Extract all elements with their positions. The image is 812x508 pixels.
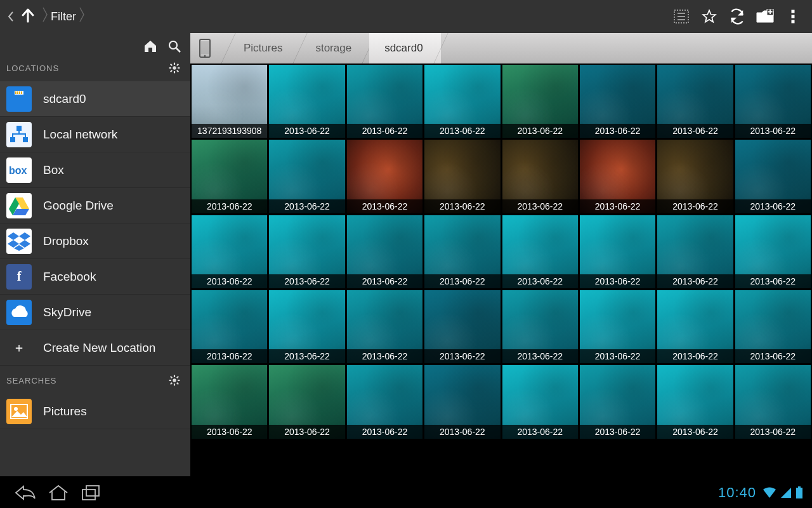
thumbnail-caption: 2013-06-22 [735, 425, 811, 439]
thumbnail[interactable]: 2013-06-22 [502, 65, 578, 138]
dropbox-icon [6, 229, 32, 254]
sidebar-item-label: Box [43, 163, 64, 177]
svg-point-37 [14, 407, 18, 411]
favorite-button[interactable] [695, 3, 723, 30]
thumbnail[interactable]: 2013-06-22 [269, 215, 344, 288]
back-caret-icon[interactable] [5, 11, 16, 22]
sidebar-item-local-network[interactable]: Local network [0, 117, 190, 152]
svg-rect-25 [23, 137, 28, 142]
up-icon[interactable] [19, 6, 37, 27]
refresh-button[interactable] [723, 3, 751, 30]
thumbnail[interactable]: 2013-06-22 [735, 365, 811, 438]
thumbnail-caption: 1372193193908 [192, 124, 267, 138]
breadcrumb-device[interactable] [190, 33, 228, 64]
sidebar-item-facebook[interactable]: f Facebook [0, 259, 190, 295]
thumbnail[interactable]: 2013-06-22 [657, 290, 733, 363]
facebook-icon: f [6, 264, 32, 290]
thumbnail-caption: 2013-06-22 [347, 425, 422, 439]
svg-rect-19 [15, 91, 16, 94]
sidebar-item-pictures[interactable]: Pictures [0, 394, 190, 429]
thumbnail[interactable]: 2013-06-22 [424, 215, 500, 288]
chevron-divider-icon [42, 6, 48, 27]
thumbnail[interactable]: 2013-06-22 [657, 215, 733, 288]
sidebar-item-sdcard0[interactable]: sdcard0 [0, 81, 190, 117]
thumbnail[interactable]: 2013-06-22 [502, 290, 578, 363]
thumbnail[interactable]: 2013-06-22 [735, 215, 811, 288]
thumbnail[interactable]: 2013-06-22 [735, 65, 811, 138]
nav-home-button[interactable] [42, 480, 75, 505]
thumbnail[interactable]: 2013-06-22 [347, 215, 422, 288]
breadcrumb: Pictures storage sdcard0 [190, 33, 812, 64]
home-button[interactable] [141, 37, 160, 56]
thumbnail[interactable]: 2013-06-22 [424, 140, 500, 213]
sidebar-item-skydrive[interactable]: SkyDrive [0, 295, 190, 330]
thumbnail-caption: 2013-06-22 [347, 349, 422, 363]
svg-line-18 [177, 64, 179, 66]
thumbnail[interactable]: 2013-06-22 [580, 65, 655, 138]
thumbnail-caption: 2013-06-22 [424, 124, 500, 138]
breadcrumb-pictures[interactable]: Pictures [228, 33, 300, 64]
sidebar-item-label: Create New Location [43, 341, 155, 355]
thumbnail[interactable]: 2013-06-22 [424, 290, 500, 363]
new-folder-button[interactable] [751, 3, 779, 30]
sidebar-item-label: Dropbox [43, 234, 89, 248]
thumbnail[interactable]: 2013-06-22 [347, 365, 422, 438]
thumbnail[interactable]: 2013-06-22 [657, 65, 733, 138]
thumbnail[interactable]: 2013-06-22 [580, 290, 655, 363]
thumbnail-caption: 2013-06-22 [347, 199, 422, 213]
breadcrumb-label: sdcard0 [384, 42, 422, 55]
thumbnail[interactable]: 2013-06-22 [347, 140, 422, 213]
thumbnail[interactable]: 2013-06-22 [657, 140, 733, 213]
thumbnail[interactable]: 2013-06-22 [580, 215, 655, 288]
thumbnail[interactable]: 2013-06-22 [269, 65, 344, 138]
locations-settings-button[interactable] [165, 58, 184, 77]
nav-recent-button[interactable] [75, 480, 108, 505]
svg-rect-7 [792, 20, 794, 23]
thumbnail[interactable]: 2013-06-22 [269, 365, 344, 438]
thumbnail[interactable]: 2013-06-22 [657, 365, 733, 438]
plus-icon: ＋ [6, 335, 32, 361]
thumbnail[interactable]: 2013-06-22 [580, 365, 655, 438]
search-button[interactable] [165, 37, 184, 56]
thumbnail[interactable]: 2013-06-22 [269, 140, 344, 213]
breadcrumb-storage[interactable]: storage [300, 33, 369, 64]
create-new-location-button[interactable]: ＋ Create New Location [0, 330, 190, 366]
sidebar-item-label: Pictures [43, 404, 87, 418]
thumbnail[interactable]: 2013-06-22 [580, 140, 655, 213]
svg-rect-42 [86, 486, 99, 496]
chevron-divider-icon [79, 6, 85, 27]
thumbnail-caption: 2013-06-22 [269, 349, 344, 363]
box-icon: box [6, 157, 32, 183]
thumbnail[interactable]: 2013-06-22 [347, 65, 422, 138]
thumbnail[interactable]: 2013-06-22 [502, 140, 578, 213]
thumbnail[interactable]: 2013-06-22 [192, 290, 267, 363]
thumbnail[interactable]: 2013-06-22 [192, 365, 267, 438]
thumbnail[interactable]: 2013-06-22 [269, 290, 344, 363]
sidebar-item-box[interactable]: box Box [0, 152, 190, 188]
sidebar-item-dropbox[interactable]: Dropbox [0, 224, 190, 259]
thumbnail[interactable]: 2013-06-22 [735, 140, 811, 213]
svg-rect-21 [19, 91, 20, 94]
svg-rect-41 [82, 490, 95, 500]
searches-settings-button[interactable] [165, 371, 184, 390]
filter-dropdown[interactable]: Filter [51, 10, 76, 23]
thumbnail[interactable]: 2013-06-22 [735, 290, 811, 363]
thumbnail[interactable]: 2013-06-22 [502, 365, 578, 438]
nav-back-button[interactable] [9, 480, 42, 505]
thumbnail[interactable]: 2013-06-22 [424, 65, 500, 138]
thumbnail[interactable]: 2013-06-22 [502, 215, 578, 288]
thumbnail[interactable]: 2013-06-22 [192, 215, 267, 288]
svg-point-8 [169, 41, 177, 49]
thumbnail[interactable]: 2013-06-22 [424, 365, 500, 438]
sidebar-item-google-drive[interactable]: Google Drive [0, 188, 190, 224]
svg-point-10 [173, 66, 176, 69]
thumbnail-caption: 2013-06-22 [424, 199, 500, 213]
overflow-menu-button[interactable] [779, 3, 807, 30]
svg-rect-22 [21, 91, 22, 94]
breadcrumb-label: storage [315, 42, 351, 55]
thumbnail[interactable]: 1372193193908 [192, 65, 267, 138]
select-list-button[interactable] [667, 3, 695, 30]
thumbnail[interactable]: 2013-06-22 [192, 140, 267, 213]
breadcrumb-sdcard0[interactable]: sdcard0 [369, 33, 440, 64]
thumbnail[interactable]: 2013-06-22 [347, 290, 422, 363]
